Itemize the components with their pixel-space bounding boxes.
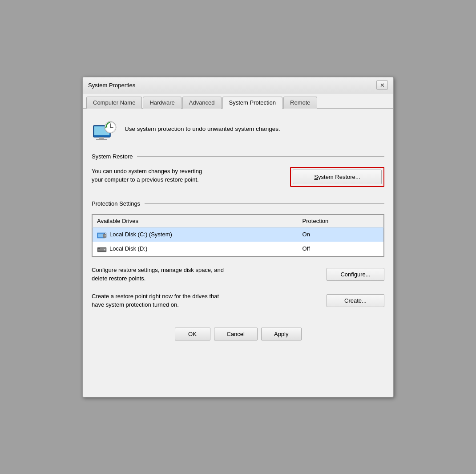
d-drive-icon <box>97 245 107 253</box>
table-header-row: Available Drives Protection <box>93 215 384 227</box>
protection-settings-section: Protection Settings Available Drives Pro… <box>92 200 384 257</box>
tab-content: Use system protection to undo unwanted s… <box>83 109 393 349</box>
configure-section: Configure restore settings, manage disk … <box>92 266 384 283</box>
protection-settings-label: Protection Settings <box>92 200 140 207</box>
configure-button[interactable]: Configure... <box>327 268 384 281</box>
drive-d-cell: Local Disk (D:) <box>93 242 298 256</box>
drive-c-cell: Local Disk (C:) (System) <box>93 227 298 242</box>
configure-button-label: Configure... <box>340 271 370 278</box>
svg-rect-16 <box>98 248 100 249</box>
drive-c-content: Local Disk (C:) (System) <box>97 231 294 239</box>
header-description: Use system protection to undo unwanted s… <box>125 125 280 134</box>
protection-settings-divider: Protection Settings <box>92 200 384 207</box>
c-drive-icon <box>97 231 107 239</box>
system-properties-window: System Properties ✕ Computer Name Hardwa… <box>82 77 394 397</box>
title-bar: System Properties ✕ <box>83 77 393 93</box>
close-button[interactable]: ✕ <box>376 80 388 90</box>
tab-advanced[interactable]: Advanced <box>182 97 222 109</box>
tab-hardware[interactable]: Hardware <box>143 97 181 109</box>
table-row[interactable]: Local Disk (C:) (System) On <box>93 227 384 242</box>
svg-point-15 <box>104 249 105 250</box>
col-available-drives: Available Drives <box>93 215 298 227</box>
restore-section: You can undo system changes by reverting… <box>92 167 384 187</box>
drive-c-protection: On <box>298 227 384 242</box>
create-button-label: Create... <box>344 297 367 304</box>
divider-line-restore <box>137 156 384 157</box>
restore-description: You can undo system changes by reverting… <box>92 167 202 184</box>
configure-description: Configure restore settings, manage disk … <box>92 266 224 283</box>
create-button[interactable]: Create... <box>327 294 384 307</box>
system-restore-label: System Restore <box>92 153 133 160</box>
drive-d-label: Local Disk (D:) <box>109 245 147 252</box>
system-restore-button-label: System Restore... <box>314 174 360 180</box>
header-section: Use system protection to undo unwanted s… <box>92 117 384 144</box>
drives-table-container: Available Drives Protection <box>92 214 384 257</box>
apply-button[interactable]: Apply <box>261 328 302 340</box>
divider-line-protection <box>145 203 384 204</box>
bottom-buttons: OK Cancel Apply <box>92 322 384 340</box>
drive-d-content: Local Disk (D:) <box>97 245 294 253</box>
table-row[interactable]: Local Disk (D:) Off <box>93 242 384 256</box>
drive-d-protection: Off <box>298 242 384 256</box>
tab-remote[interactable]: Remote <box>283 97 317 109</box>
tab-system-protection[interactable]: System Protection <box>222 97 283 109</box>
system-protection-icon <box>92 117 117 142</box>
cancel-button[interactable]: Cancel <box>214 328 258 340</box>
system-restore-button[interactable]: System Restore... <box>293 170 382 184</box>
svg-rect-2 <box>99 137 104 139</box>
create-description: Create a restore point right now for the… <box>92 292 219 309</box>
drive-c-label: Local Disk (C:) (System) <box>109 231 172 238</box>
window-title: System Properties <box>88 82 135 89</box>
ok-button[interactable]: OK <box>175 328 210 340</box>
system-restore-divider: System Restore <box>92 153 384 160</box>
drives-table: Available Drives Protection <box>92 215 384 256</box>
tab-computer-name[interactable]: Computer Name <box>86 97 142 109</box>
create-section: Create a restore point right now for the… <box>92 292 384 309</box>
svg-rect-3 <box>96 139 107 140</box>
svg-rect-12 <box>105 235 106 236</box>
tab-bar: Computer Name Hardware Advanced System P… <box>83 93 393 109</box>
system-restore-button-wrapper: System Restore... <box>290 167 384 187</box>
col-protection: Protection <box>298 215 384 227</box>
